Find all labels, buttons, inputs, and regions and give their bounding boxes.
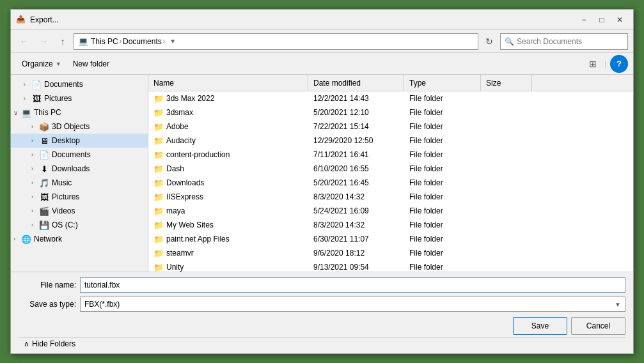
- sidebar-item-osc[interactable]: › 💾 OS (C:): [11, 218, 148, 232]
- view-button[interactable]: ⊞: [583, 56, 603, 72]
- sidebar-item-videos[interactable]: › 🎬 Videos: [11, 204, 148, 218]
- up-button[interactable]: ↑: [54, 33, 71, 50]
- file-list: 📁 3ds Max 2022 12/2/2021 14:43 File fold…: [148, 91, 633, 272]
- folder-icon-row-8: 📁: [153, 206, 164, 216]
- forward-button[interactable]: →: [35, 33, 52, 50]
- close-button[interactable]: ✕: [611, 13, 628, 26]
- table-row[interactable]: 📁 maya 5/24/2021 16:09 File folder: [148, 204, 633, 218]
- col-header-name[interactable]: Name: [148, 75, 308, 91]
- table-row[interactable]: 📁 Unity 9/13/2021 09:54 File folder: [148, 260, 633, 272]
- maximize-button[interactable]: □: [593, 13, 610, 26]
- cell-date-2: 7/22/2021 15:14: [308, 122, 404, 131]
- search-box: 🔍: [500, 33, 628, 50]
- col-header-type[interactable]: Type: [404, 75, 481, 91]
- save-button[interactable]: Save: [513, 317, 567, 335]
- export-dialog: 📤 Export... − □ ✕ ← → ↑ 💻 This PC › Docu…: [10, 9, 634, 354]
- table-row[interactable]: 📁 paint.net App Files 6/30/2021 11:07 Fi…: [148, 232, 633, 246]
- sidebar-label-videos: Videos: [52, 206, 75, 215]
- cell-name-2: 📁 Adobe: [148, 122, 308, 132]
- col-header-size[interactable]: Size: [481, 75, 532, 91]
- sidebar: › 📄 Documents › 🖼 Pictures ∨ 💻 This PC ›…: [11, 75, 148, 272]
- breadcrumb-thispc[interactable]: This PC: [91, 37, 118, 46]
- organize-arrow-icon: ▼: [56, 61, 61, 67]
- col-header-date[interactable]: Date modified: [308, 75, 404, 91]
- table-row[interactable]: 📁 Audacity 12/29/2020 12:50 File folder: [148, 134, 633, 148]
- hide-folders-row: ∧ Hide Folders: [19, 337, 625, 350]
- sidebar-item-documents[interactable]: › 📄 Documents: [11, 77, 148, 91]
- back-button[interactable]: ←: [16, 33, 33, 50]
- table-row[interactable]: 📁 Downloads 5/20/2021 16:45 File folder: [148, 176, 633, 190]
- cell-name-12: 📁 Unity: [148, 263, 308, 272]
- new-folder-button[interactable]: New folder: [67, 56, 115, 72]
- title-bar: 📤 Export... − □ ✕: [11, 10, 633, 30]
- cell-type-0: File folder: [404, 94, 481, 103]
- minimize-button[interactable]: −: [576, 13, 592, 26]
- cell-name-9: 📁 My Web Sites: [148, 220, 308, 230]
- table-row[interactable]: 📁 steamvr 9/6/2020 18:12 File folder: [148, 246, 633, 260]
- address-dropdown-button[interactable]: ▼: [168, 35, 178, 49]
- tree-arrow-pictures: ›: [24, 95, 31, 102]
- tree-arrow-thispc: ∨: [13, 109, 21, 116]
- organize-button[interactable]: Organize ▼: [16, 56, 67, 72]
- help-button[interactable]: ?: [610, 55, 628, 73]
- tree-arrow-downloads: ›: [31, 166, 39, 172]
- search-input[interactable]: [517, 37, 624, 46]
- breadcrumb-documents[interactable]: Documents: [123, 37, 162, 46]
- hide-folders-label: Hide Folders: [32, 339, 75, 348]
- hide-folders-button[interactable]: ∧ Hide Folders: [24, 339, 75, 348]
- table-row[interactable]: 📁 3dsmax 5/20/2021 12:10 File folder: [148, 105, 633, 120]
- cell-date-9: 8/3/2020 14:32: [308, 220, 404, 229]
- folder-icon-row-1: 📁: [153, 108, 164, 118]
- folder-icon-pictures2: 🖼: [39, 192, 49, 202]
- save-type-row: Save as type: FBX(*.fbx) ▼: [19, 297, 625, 312]
- table-row[interactable]: 📁 My Web Sites 8/3/2020 14:32 File folde…: [148, 218, 633, 232]
- table-row[interactable]: 📁 IISExpress 8/3/2020 14:32 File folder: [148, 190, 633, 204]
- table-row[interactable]: 📁 Adobe 7/22/2021 15:14 File folder: [148, 120, 633, 134]
- organize-label: Organize: [22, 59, 53, 68]
- cell-name-5: 📁 Dash: [148, 164, 308, 174]
- cell-date-12: 9/13/2021 09:54: [308, 263, 404, 272]
- sidebar-item-pictures2[interactable]: › 🖼 Pictures: [11, 190, 148, 204]
- cell-date-7: 8/3/2020 14:32: [308, 192, 404, 201]
- action-bar: Organize ▼ New folder ⊞ | ?: [11, 53, 633, 75]
- cancel-button[interactable]: Cancel: [571, 317, 625, 335]
- select-arrow-icon: ▼: [615, 301, 621, 308]
- help-icon: ?: [617, 59, 622, 68]
- file-area: Name Date modified Type Size 📁 3ds Max 2…: [148, 75, 633, 272]
- tree-arrow-videos: ›: [31, 208, 39, 214]
- sidebar-item-thispc[interactable]: ∨ 💻 This PC: [11, 105, 148, 120]
- sidebar-label-network: Network: [34, 235, 62, 243]
- sidebar-item-pictures[interactable]: › 🖼 Pictures: [11, 91, 148, 105]
- folder-icon-row-12: 📁: [153, 263, 164, 272]
- cell-name-1: 📁 3dsmax: [148, 108, 308, 118]
- file-name-input[interactable]: [80, 277, 625, 293]
- sidebar-label-music: Music: [52, 178, 72, 187]
- sidebar-item-3dobjects[interactable]: › 📦 3D Objects: [11, 120, 148, 134]
- search-icon: 🔍: [505, 37, 514, 46]
- table-row[interactable]: 📁 content-production 7/11/2021 16:41 Fil…: [148, 148, 633, 162]
- refresh-button[interactable]: ↻: [481, 33, 498, 50]
- tree-arrow-documents: ›: [24, 81, 31, 88]
- tree-arrow-network: ›: [13, 236, 21, 242]
- cell-type-4: File folder: [404, 150, 481, 159]
- save-type-select[interactable]: FBX(*.fbx) ▼: [80, 297, 625, 312]
- sidebar-item-network[interactable]: › 🌐 Network: [11, 232, 148, 246]
- sidebar-item-downloads[interactable]: › ⬇ Downloads: [11, 162, 148, 176]
- tree-arrow-documents2: ›: [31, 151, 39, 158]
- tree-arrow-pictures2: ›: [31, 194, 39, 200]
- table-row[interactable]: 📁 3ds Max 2022 12/2/2021 14:43 File fold…: [148, 91, 633, 105]
- cell-type-10: File folder: [404, 235, 481, 243]
- folder-icon-row-3: 📁: [153, 136, 164, 146]
- folder-icon-pictures: 🖼: [31, 93, 42, 104]
- folder-icon-music: 🎵: [39, 178, 49, 188]
- folder-icon-documents: 📄: [31, 79, 42, 89]
- breadcrumb: This PC › Documents ›: [91, 37, 165, 46]
- sidebar-item-desktop[interactable]: › 🖥 Desktop: [11, 134, 148, 148]
- table-row[interactable]: 📁 Dash 6/10/2020 16:55 File folder: [148, 162, 633, 176]
- file-name-row: File name:: [19, 277, 625, 293]
- sidebar-item-music[interactable]: › 🎵 Music: [11, 176, 148, 190]
- sidebar-item-documents2[interactable]: › 📄 Documents: [11, 148, 148, 162]
- main-content: › 📄 Documents › 🖼 Pictures ∨ 💻 This PC ›…: [11, 75, 633, 272]
- folder-icon-row-2: 📁: [153, 122, 164, 132]
- tree-arrow-music: ›: [31, 180, 39, 186]
